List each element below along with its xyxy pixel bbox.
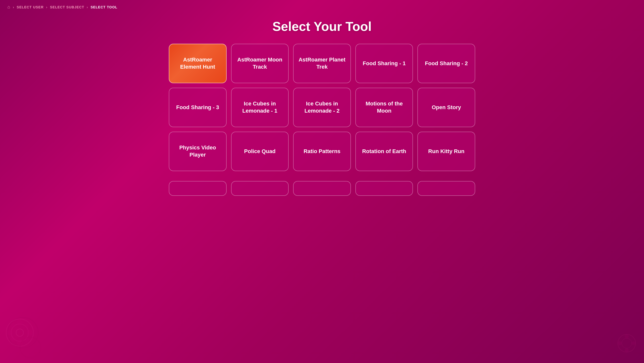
breadcrumb-separator-2: ›	[46, 5, 48, 9]
svg-point-9	[10, 337, 15, 342]
tool-ice-cubes-lemonade-1[interactable]: Ice Cubes in Lemonade - 1	[231, 88, 289, 127]
breadcrumb-select-tool: SELECT TOOL	[90, 5, 118, 9]
home-icon[interactable]: ⌂	[8, 4, 10, 10]
page-title: Select Your Tool	[0, 19, 644, 34]
svg-point-6	[27, 330, 32, 336]
svg-point-8	[24, 323, 29, 328]
tool-food-sharing-2[interactable]: Food Sharing - 2	[418, 44, 475, 83]
breadcrumb: ⌂ › SELECT USER › SELECT SUBJECT › SELEC…	[0, 0, 644, 14]
tool-partial-5[interactable]	[418, 181, 475, 196]
tool-rotation-of-earth[interactable]: Rotation of Earth	[355, 132, 413, 171]
decoration-right	[617, 333, 636, 356]
decoration-left	[5, 318, 34, 351]
breadcrumb-separator-3: ›	[87, 5, 88, 9]
svg-point-5	[7, 330, 13, 336]
breadcrumb-select-subject[interactable]: SELECT SUBJECT	[50, 5, 84, 9]
tool-astroamer-moon-track[interactable]: AstRoamer Moon Track	[231, 44, 289, 83]
tool-physics-video-player[interactable]: Physics Video Player	[169, 132, 226, 171]
tool-ratio-patterns[interactable]: Ratio Patterns	[293, 132, 351, 171]
tool-partial-2[interactable]	[231, 181, 289, 196]
svg-point-0	[6, 319, 33, 346]
svg-point-4	[17, 340, 23, 346]
tool-food-sharing-1[interactable]: Food Sharing - 1	[355, 44, 413, 83]
tool-partial-3[interactable]	[293, 181, 351, 196]
svg-point-1	[11, 324, 28, 341]
svg-point-11	[618, 334, 636, 352]
svg-point-12	[622, 338, 632, 348]
tool-ice-cubes-lemonade-2[interactable]: Ice Cubes in Lemonade - 2	[293, 88, 351, 127]
svg-point-13	[625, 334, 629, 338]
tool-run-kitty-run[interactable]: Run Kitty Run	[418, 132, 475, 171]
bottom-partial-row	[149, 181, 495, 206]
tool-open-story[interactable]: Open Story	[418, 88, 475, 127]
tool-astroamer-element-hunt[interactable]: AstRoamer Element Hunt	[169, 44, 226, 83]
svg-point-10	[24, 337, 29, 342]
svg-point-14	[625, 348, 629, 352]
svg-point-15	[618, 341, 622, 345]
tool-partial-4[interactable]	[355, 181, 413, 196]
tool-partial-1[interactable]	[169, 181, 226, 196]
tool-police-quad[interactable]: Police Quad	[231, 132, 289, 171]
svg-point-3	[17, 320, 23, 326]
svg-point-7	[10, 323, 15, 328]
svg-point-16	[632, 341, 636, 345]
tool-motions-of-the-moon[interactable]: Motions of the Moon	[355, 88, 413, 127]
tools-grid: AstRoamer Element Hunt AstRoamer Moon Tr…	[149, 44, 495, 181]
tool-food-sharing-3[interactable]: Food Sharing - 3	[169, 88, 226, 127]
breadcrumb-separator-1: ›	[13, 5, 14, 9]
tool-astroamer-planet-trek[interactable]: AstRoamer Planet Trek	[293, 44, 351, 83]
svg-point-2	[16, 329, 24, 336]
breadcrumb-select-user[interactable]: SELECT USER	[17, 5, 44, 9]
